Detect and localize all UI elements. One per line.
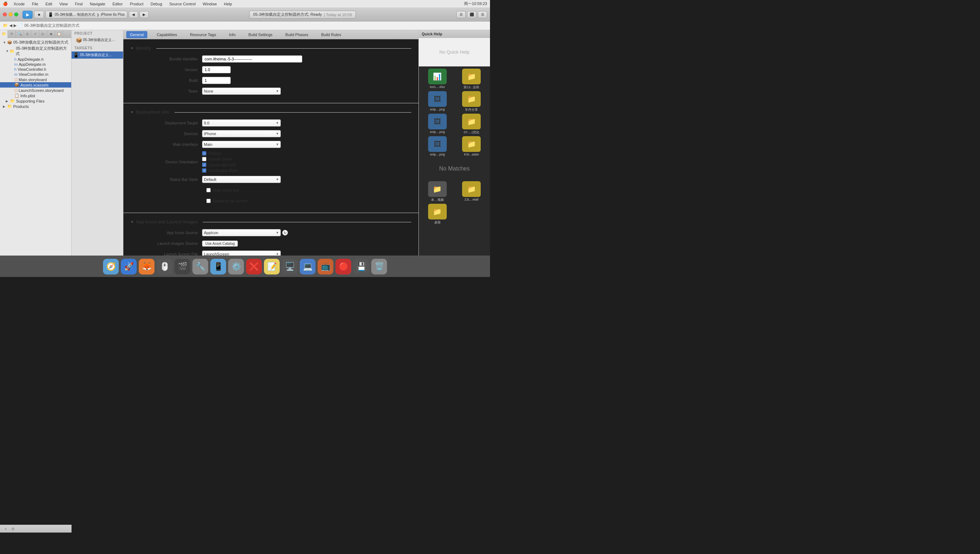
dock-disk[interactable]: 💾 xyxy=(353,259,369,274)
stop-button[interactable]: ■ xyxy=(34,11,44,19)
desktop-item-7[interactable]: 📁 KSI...aster xyxy=(455,136,488,156)
close-button[interactable] xyxy=(3,13,7,16)
nav-tab-issues[interactable]: ⚠ xyxy=(24,30,32,38)
run-button[interactable]: ▶ xyxy=(22,11,32,19)
app-icons-section-header[interactable]: ▼ App Icons and Launch Images xyxy=(131,220,411,224)
desktop-item-1[interactable]: 📁 第13...业班 xyxy=(455,68,488,90)
dock-tools[interactable]: 🔧 xyxy=(192,259,208,274)
file-info-plist[interactable]: 📋 Info.plist xyxy=(0,93,71,98)
nav-tab-debug[interactable]: ▷ xyxy=(39,30,47,38)
dock-mouse[interactable]: 🖱️ xyxy=(156,259,172,274)
devices-select[interactable]: iPhone ▼ xyxy=(202,130,281,137)
desktop-item-4[interactable]: 🖼 snip....png xyxy=(421,114,454,135)
debug-toggle[interactable]: ⬛ xyxy=(467,11,476,18)
back-button[interactable]: ◀ xyxy=(129,11,138,18)
project-nav-item[interactable]: 📦 05-3种加载自定义… xyxy=(72,37,123,43)
project-root[interactable]: ▼ 📦 05-3种加载自定义控制器的方式 xyxy=(0,39,71,45)
products-group[interactable]: ▶ 📁 Products xyxy=(0,103,71,109)
hide-status-bar-checkbox[interactable] xyxy=(206,188,211,192)
dock-phone[interactable]: 📱 xyxy=(210,259,226,274)
file-viewcontroller-h[interactable]: h ViewController.h xyxy=(0,67,71,72)
path-nav-back[interactable]: ◀ xyxy=(9,23,12,28)
dock-browser[interactable]: 💻 xyxy=(300,259,316,274)
file-main-storyboard[interactable]: ◻ Main.storyboard xyxy=(0,77,71,82)
deployment-target-select[interactable]: 9.0 ▼ xyxy=(202,119,281,127)
dock-finder[interactable]: 🧭 xyxy=(103,259,119,274)
dock-notes[interactable]: 📝 xyxy=(264,259,280,274)
nav-tab-files[interactable]: 📁 xyxy=(0,30,8,38)
desktop-item-10[interactable]: 📁 桌面 xyxy=(421,204,454,225)
dock-video[interactable]: 🎬 xyxy=(174,259,190,274)
team-select[interactable]: None ▼ xyxy=(202,88,281,95)
supporting-files-group[interactable]: ▶ 📁 Supporting Files xyxy=(0,98,71,103)
maximize-button[interactable] xyxy=(14,13,18,16)
path-nav-forward[interactable]: ▶ xyxy=(14,23,16,28)
forward-button[interactable]: ▶ xyxy=(139,11,149,18)
nav-tab-reports[interactable]: 📋 xyxy=(55,30,63,38)
deployment-section-header[interactable]: ▼ Deployment Info xyxy=(131,110,411,115)
dock-red[interactable]: 🔴 xyxy=(335,259,351,274)
upside-down-checkbox[interactable] xyxy=(202,157,206,161)
file-launchscreen[interactable]: ◻ LaunchScreen.storyboard xyxy=(0,88,71,93)
inspector-toggle[interactable]: ☰ xyxy=(478,11,487,18)
file-viewcontroller-m[interactable]: m ViewController.m xyxy=(0,72,71,77)
desktop-item-3[interactable]: 📁 车丹分享 xyxy=(455,91,488,112)
menu-navigate[interactable]: Navigate xyxy=(88,1,107,7)
menu-debug[interactable]: Debug xyxy=(149,1,163,7)
nav-tab-symbols[interactable]: ⚛ xyxy=(8,30,16,38)
use-asset-catalog-button[interactable]: Use Asset Catalog xyxy=(202,240,238,247)
bundle-identifier-input[interactable] xyxy=(202,56,302,62)
menu-view[interactable]: View xyxy=(58,1,69,7)
tab-capabilities[interactable]: Capabilities xyxy=(153,31,180,38)
menu-window[interactable]: Window xyxy=(201,1,218,7)
file-appdelegate-h[interactable]: h AppDelegate.h xyxy=(0,57,71,62)
dock-launchpad[interactable]: 🚀 xyxy=(121,259,137,274)
desktop-item-6[interactable]: 🖼 snip....png xyxy=(421,136,454,156)
menu-product[interactable]: Product xyxy=(128,1,145,7)
project-group[interactable]: ▼ 📁 05-3种加载自定义控制器的方式 xyxy=(0,45,71,57)
menu-xcode[interactable]: Xcode xyxy=(12,1,26,7)
dock-media[interactable]: 📺 xyxy=(318,259,334,274)
portrait-checkbox[interactable]: ✓ xyxy=(202,151,206,156)
file-appdelegate-m[interactable]: m AppDelegate.m xyxy=(0,62,71,67)
navigator-toggle[interactable]: ☰ xyxy=(456,11,466,18)
menu-file[interactable]: File xyxy=(30,1,40,7)
menu-edit[interactable]: Edit xyxy=(44,1,54,7)
apple-menu[interactable]: 🍎 xyxy=(3,2,8,6)
menu-source-control[interactable]: Source Control xyxy=(168,1,197,7)
app-icons-source-select[interactable]: AppIcon ▼ xyxy=(202,229,281,236)
version-input[interactable] xyxy=(202,66,231,73)
dock-xmind[interactable]: ❌ xyxy=(246,259,262,274)
dock-terminal[interactable]: 🖥️ xyxy=(282,259,298,274)
scheme-selector[interactable]: 📱 05-3种加载…·制造的方式 ❯ iPhone 6s Plus xyxy=(45,11,127,19)
desktop-item-5[interactable]: 📁 07-…(优化 xyxy=(455,114,488,135)
desktop-item-0[interactable]: 📊 ios1....xlsx xyxy=(421,68,454,90)
tab-info[interactable]: Info xyxy=(225,31,239,38)
nav-tab-breakpoints[interactable]: ◈ xyxy=(47,30,55,38)
landscape-right-checkbox[interactable]: ✓ xyxy=(202,168,206,173)
app-icons-refresh-button[interactable]: ↻ xyxy=(282,230,288,236)
desktop-item-2[interactable]: 🖼 snip....png xyxy=(421,91,454,112)
landscape-left-checkbox[interactable]: ✓ xyxy=(202,162,206,167)
build-input[interactable] xyxy=(202,77,231,84)
dock-settings[interactable]: ⚙️ xyxy=(228,259,244,274)
requires-full-screen-checkbox[interactable] xyxy=(206,199,211,203)
menu-editor[interactable]: Editor xyxy=(111,1,124,7)
identity-section-header[interactable]: ▼ Identity xyxy=(131,46,411,51)
main-interface-select[interactable]: Main ▼ xyxy=(202,141,281,148)
target-nav-item[interactable]: 📱 05-3种加载自定义… xyxy=(72,51,123,59)
desktop-item-8[interactable]: 📁 未…视频 xyxy=(421,181,454,202)
menu-help[interactable]: Help xyxy=(222,1,233,7)
tab-build-settings[interactable]: Build Settings xyxy=(245,31,276,38)
status-bar-select[interactable]: Default ▼ xyxy=(202,176,281,183)
dock-safari[interactable]: 🦊 xyxy=(139,259,155,274)
menu-find[interactable]: Find xyxy=(74,1,84,7)
launch-screen-select[interactable]: LaunchScreen ▼ xyxy=(202,250,281,256)
minimize-button[interactable] xyxy=(9,13,13,16)
file-assets[interactable]: 📦 Assets.xcassets xyxy=(0,82,71,88)
tab-general[interactable]: General xyxy=(126,31,147,38)
nav-tab-tests[interactable]: ✓ xyxy=(32,30,39,38)
nav-tab-search[interactable]: 🔍 xyxy=(16,30,24,38)
tab-build-rules[interactable]: Build Rules xyxy=(318,31,345,38)
dock-trash[interactable]: 🗑️ xyxy=(371,259,387,274)
